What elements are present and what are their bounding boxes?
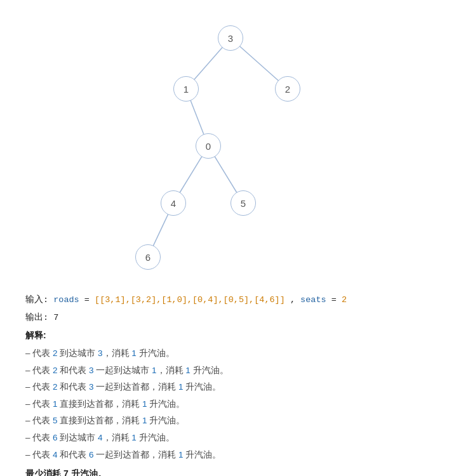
seats-var: seats (300, 295, 326, 305)
roads-eq: = (84, 295, 95, 305)
explain-final: 最少消耗 7 升汽油。 (25, 465, 436, 476)
input-line: 输入: roads = [[3,1],[3,2],[1,0],[0,4],[0,… (25, 292, 436, 308)
explain-item-4: – 代表 5 直接到达首都，消耗 1 升汽油。 (25, 413, 436, 429)
roads-var: roads (53, 295, 79, 305)
explain-item-0: – 代表 2 到达城市 3，消耗 1 升汽油。 (25, 345, 436, 362)
output-line: 输出: 7 (25, 310, 436, 326)
tree-node-6: 6 (135, 244, 161, 270)
explain-item-1: – 代表 2 和代表 3 一起到达城市 1，消耗 1 升汽油。 (25, 362, 436, 379)
tree-node-4: 4 (161, 190, 186, 216)
tree-node-5: 5 (230, 190, 256, 216)
tree-svg (104, 13, 357, 279)
explanation-section: 输入: roads = [[3,1],[3,2],[1,0],[0,4],[0,… (19, 292, 442, 476)
seats-val: 2 (342, 295, 347, 305)
explain-title: 解释: (25, 327, 436, 344)
explain-item-5: – 代表 6 到达城市 4，消耗 1 升汽油。 (25, 430, 436, 446)
explain-item-2: – 代表 2 和代表 3 一起到达首都，消耗 1 升汽油。 (25, 379, 436, 395)
input-label: 输入: (25, 295, 48, 305)
tree-node-3: 3 (218, 25, 243, 51)
tree-node-0: 0 (196, 133, 221, 159)
tree-node-1: 1 (173, 76, 199, 102)
output-val: 7 (53, 313, 58, 322)
explain-item-6: – 代表 4 和代表 6 一起到达首都，消耗 1 升汽油。 (25, 447, 436, 463)
roads-val: [[3,1],[3,2],[1,0],[0,4],[0,5],[4,6]] (95, 295, 285, 305)
tree-node-2: 2 (275, 76, 300, 102)
explain-item-3: – 代表 1 直接到达首都，消耗 1 升汽油。 (25, 396, 436, 413)
tree-diagram: 3120456 (104, 13, 357, 279)
output-label: 输出: (25, 313, 48, 322)
explain-items: – 代表 2 到达城市 3，消耗 1 升汽油。– 代表 2 和代表 3 一起到达… (25, 345, 436, 463)
